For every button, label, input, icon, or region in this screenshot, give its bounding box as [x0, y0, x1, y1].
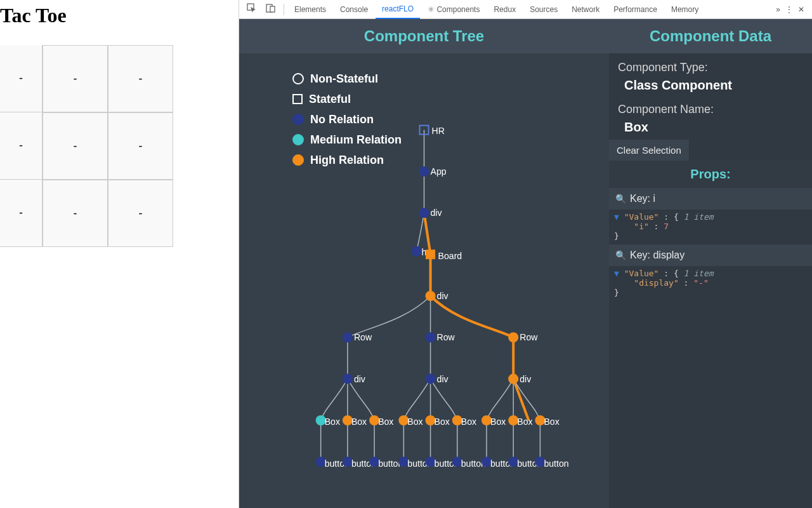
- tab-redux[interactable]: Redux: [487, 0, 522, 19]
- svg-text:Box: Box: [461, 417, 476, 427]
- grid-cell[interactable]: -: [43, 180, 108, 247]
- svg-point-35: [343, 332, 353, 342]
- grid-cell[interactable]: -: [0, 45, 43, 112]
- legend-stateful-icon: [292, 94, 303, 104]
- reactflo-panel: Component Tree Non-Stateful Stateful No …: [239, 19, 812, 508]
- svg-text:Box: Box: [544, 417, 559, 427]
- svg-point-43: [426, 374, 436, 384]
- data-header: Component Data: [609, 19, 812, 53]
- close-icon[interactable]: ✕: [798, 5, 804, 14]
- component-tree-pane: Component Tree Non-Stateful Stateful No …: [239, 19, 609, 508]
- tab-reactflo[interactable]: reactFLO: [376, 0, 420, 19]
- svg-point-27: [419, 208, 429, 218]
- props-header: Props:: [609, 161, 812, 188]
- app-page: Tac Toe - - - - - - - - -: [0, 0, 239, 508]
- component-data-pane: Component Data Component Type: Class Com…: [609, 19, 812, 508]
- more-tabs-icon[interactable]: »: [776, 5, 780, 14]
- svg-rect-31: [426, 250, 435, 259]
- svg-point-37: [426, 332, 436, 342]
- svg-text:div: div: [520, 374, 531, 384]
- svg-point-29: [411, 246, 421, 257]
- svg-text:Row: Row: [354, 332, 372, 342]
- divider: [284, 4, 284, 15]
- prop-block: 🔍 Key: i ▼ "Value" : { 1 item "i" : 7 }: [609, 188, 812, 244]
- prop-block: 🔍 Key: display ▼ "Value" : { 1 item "dis…: [609, 244, 812, 301]
- tab-sources[interactable]: Sources: [523, 0, 564, 19]
- svg-text:App: App: [431, 166, 447, 177]
- svg-text:Board: Board: [438, 251, 462, 261]
- svg-text:Box: Box: [517, 417, 532, 427]
- tab-performance[interactable]: Performance: [607, 0, 664, 19]
- search-icon: 🔍: [615, 194, 626, 204]
- tab-console[interactable]: Console: [334, 0, 374, 19]
- svg-text:Box: Box: [325, 417, 340, 427]
- prop-key-row[interactable]: 🔍 Key: display: [609, 244, 812, 266]
- grid-cell[interactable]: -: [0, 112, 43, 180]
- page-title: Tac Toe: [0, 0, 239, 27]
- prop-key-row[interactable]: 🔍 Key: i: [609, 188, 812, 210]
- svg-text:Box: Box: [490, 417, 506, 427]
- legend-label: Medium Relation: [310, 133, 402, 147]
- svg-text:Row: Row: [437, 332, 455, 342]
- legend-high-icon: [292, 154, 304, 166]
- inspect-icon[interactable]: [243, 3, 261, 15]
- legend: Non-Stateful Stateful No Relation Medium…: [292, 69, 402, 170]
- svg-text:div: div: [437, 291, 449, 301]
- grid-cell[interactable]: -: [108, 112, 173, 180]
- json-viewer[interactable]: ▼ "Value" : { 1 item "i" : 7 }: [609, 210, 812, 244]
- legend-label: Stateful: [309, 93, 351, 106]
- tab-elements[interactable]: Elements: [288, 0, 332, 19]
- svg-text:Box: Box: [407, 417, 422, 427]
- tree-header: Component Tree: [239, 19, 609, 53]
- device-toggle-icon[interactable]: [262, 3, 280, 15]
- tab-network[interactable]: Network: [565, 0, 606, 19]
- grid-cell[interactable]: -: [43, 45, 108, 112]
- grid-cell[interactable]: -: [108, 180, 173, 247]
- legend-label: High Relation: [310, 154, 384, 167]
- svg-text:div: div: [437, 374, 449, 384]
- svg-text:Box: Box: [378, 417, 393, 427]
- svg-text:HR: HR: [432, 126, 445, 136]
- tictactoe-grid: - - - - - - - - -: [0, 45, 239, 247]
- component-type-value: Class Component: [624, 78, 803, 93]
- json-viewer[interactable]: ▼ "Value" : { 1 item "display" : "-" }: [609, 266, 812, 301]
- devtools-panel: Elements Console reactFLO ⚛ Components R…: [239, 0, 812, 508]
- tab-overflow: » ⋮ ✕: [776, 5, 808, 14]
- svg-rect-2: [270, 6, 275, 12]
- svg-point-45: [508, 374, 518, 384]
- kebab-icon[interactable]: ⋮: [785, 5, 793, 14]
- legend-label: No Relation: [310, 113, 374, 126]
- component-type-label: Component Type:: [618, 61, 803, 74]
- prop-key-label: Key: display: [630, 250, 684, 261]
- svg-text:Row: Row: [520, 332, 538, 342]
- prop-key-label: Key: i: [630, 193, 655, 204]
- devtools-tabbar: Elements Console reactFLO ⚛ Components R…: [239, 0, 812, 19]
- svg-text:div: div: [431, 208, 442, 218]
- legend-label: Non-Stateful: [310, 72, 378, 86]
- svg-text:Box: Box: [351, 417, 367, 427]
- legend-norelation-icon: [292, 114, 304, 125]
- svg-point-39: [508, 332, 518, 342]
- svg-text:Box: Box: [435, 417, 450, 427]
- svg-point-41: [343, 374, 353, 384]
- svg-text:button: button: [544, 458, 568, 469]
- legend-nonstateful-icon: [292, 73, 304, 84]
- tab-memory[interactable]: Memory: [665, 0, 705, 19]
- tab-components[interactable]: ⚛ Components: [421, 0, 486, 19]
- svg-text:div: div: [354, 374, 365, 384]
- grid-cell[interactable]: -: [0, 180, 43, 247]
- legend-medium-icon: [292, 134, 304, 145]
- svg-point-25: [419, 166, 429, 177]
- component-name-label: Component Name:: [618, 103, 803, 116]
- svg-point-33: [426, 291, 436, 301]
- grid-cell[interactable]: -: [108, 45, 173, 112]
- search-icon: 🔍: [615, 250, 626, 260]
- grid-cell[interactable]: -: [43, 112, 108, 180]
- clear-selection-button[interactable]: Clear Selection: [609, 140, 689, 161]
- component-name-value: Box: [624, 120, 803, 135]
